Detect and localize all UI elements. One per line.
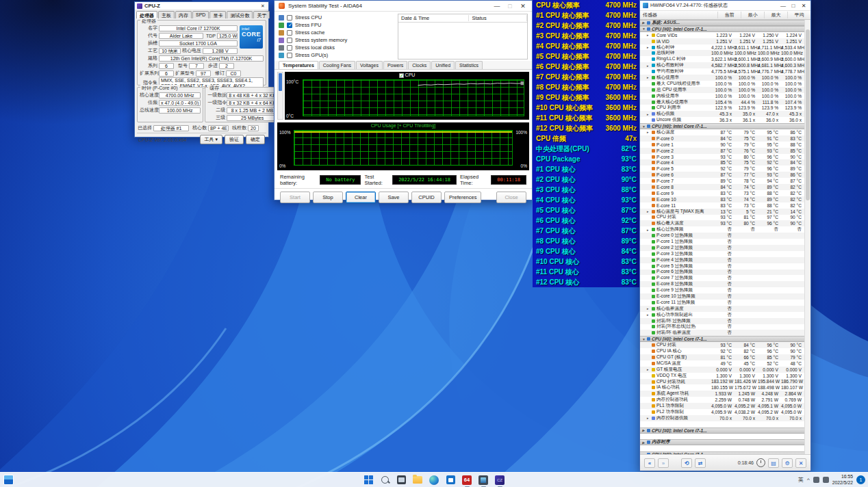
aida-tab-clocks[interactable]: Clocks	[408, 61, 431, 69]
sensor-row[interactable]: IA VID1.251 V1.251 V1.251 V1.251 V	[640, 38, 804, 44]
expand-arrow-icon[interactable]: ▶	[642, 428, 646, 432]
sensor-row[interactable]: CPU GT (核显)81 °C66 °C85 °C79 °C	[640, 354, 804, 360]
tray-clock[interactable]: 16:55 2022/5/22	[832, 474, 853, 486]
settings-gear-icon[interactable]: ⚙	[782, 458, 793, 468]
tray-chevron-icon[interactable]: ^	[807, 477, 810, 482]
close-x-icon[interactable]: ✕	[795, 458, 806, 468]
sensor-row[interactable]: VDDQ TX 电压1.300 V1.300 V1.300 V1.300 V	[640, 373, 804, 379]
sensor-row[interactable]: 封装(环形总线)过热否	[640, 324, 804, 330]
sensor-row[interactable]: CPU IA 核心92 °C82 °C96 °C90 °C	[640, 348, 804, 354]
cpuz-close-button[interactable]: ✕	[259, 3, 266, 9]
log-column-status[interactable]: Status	[469, 15, 527, 21]
taskbar-button-hwinfo[interactable]	[478, 474, 489, 486]
clear-button[interactable]: Clear	[346, 192, 376, 203]
scrollbar-thumb[interactable]	[806, 29, 810, 200]
cpuz-validate-button[interactable]: 验证	[225, 135, 244, 144]
network-icon[interactable]	[813, 477, 819, 483]
hwinfo-scrollbar[interactable]	[804, 20, 810, 454]
checkbox-stress-local-disks[interactable]	[287, 45, 292, 51]
cpuz-tab-显卡[interactable]: 显卡	[209, 11, 226, 18]
column-max[interactable]: 最大	[764, 12, 787, 18]
sensor-row[interactable]: E-core 8 过热降频否	[640, 281, 804, 287]
checkbox-stress-system-memory[interactable]	[287, 38, 292, 43]
sensor-group-row[interactable]: ▶ CPU [#0]: Intel Core i7-1...	[640, 451, 804, 454]
sensor-group-row[interactable]: ▶ CPU [#0]: Intel Core i7-1...	[640, 427, 804, 434]
cpuz-tools-button[interactable]: 工具 ▾	[200, 135, 222, 144]
start-button[interactable]: Start	[280, 192, 310, 203]
volume-icon[interactable]	[823, 477, 829, 483]
column-min[interactable]: 最小	[741, 12, 764, 18]
aida-tab-voltages[interactable]: Voltages	[356, 61, 383, 69]
sensor-row[interactable]: 系统 Agent 功耗1.933 W1.245 W4.248 W2.864 W	[640, 391, 804, 397]
sensor-row[interactable]: MC/SA 温度49 °C45 °C52 °C48 °C	[640, 360, 804, 367]
taskbar-button-search[interactable]	[379, 474, 391, 486]
sensor-group-row[interactable]: ▼ CPU [#0]: Intel Core i7-1...	[640, 336, 804, 342]
sensor-row[interactable]: ▸ 内存控制器倍频70.0 x70.0 x70.0 x70.0 x	[640, 415, 804, 421]
sensor-row[interactable]: P-core 485 °C75 °C92 °C84 °C	[640, 159, 804, 166]
sensor-row[interactable]: 总 CPU 使用率100.0 %100.0 %100.0 %100.0 %	[640, 87, 804, 93]
sensor-row[interactable]: E-core 884 °C74 °C89 °C82 °C	[640, 184, 804, 190]
sensor-row[interactable]: P-core 592 °C79 °C96 °C89 °C	[640, 166, 804, 172]
expand-arrow-icon[interactable]: ▼	[642, 124, 646, 129]
sensor-row[interactable]: ▸ GT 核显电压0.000 V0.000 V0.000 V0.000 V	[640, 367, 804, 373]
sensor-row[interactable]: P-core 0 过热降频否	[640, 233, 804, 239]
hwinfo-minimize-button[interactable]: —	[779, 3, 787, 9]
sensor-row[interactable]: PL2 功率限制4,095.9 W4,038.2 W4,095.2 W4,095…	[640, 409, 804, 415]
sensor-row[interactable]: P-core 6 过热降频否	[640, 269, 804, 276]
sensor-row[interactable]: 封装/环 过热降频否	[640, 318, 804, 324]
report-icon[interactable]: ▤	[768, 458, 779, 468]
sensor-row[interactable]: 最大核心使用率105.4 %44.4 %111.8 %107.4 %	[640, 99, 804, 105]
aida64-maximize-button[interactable]: □	[505, 3, 515, 10]
log-column-datetime[interactable]: Date & Time	[398, 15, 469, 21]
hwinfo-maximize-button[interactable]: □	[789, 3, 797, 9]
notification-badge[interactable]: 1	[856, 475, 865, 484]
expand-arrow-icon[interactable]: ▶	[642, 21, 646, 25]
sensor-row[interactable]: PL1 功率限制4,095.0 W4,095.2 W4,095.1 W4,095…	[640, 403, 804, 409]
cpuz-tab-SPD[interactable]: SPD	[192, 11, 209, 18]
layout-icon[interactable]: ⇄	[695, 458, 706, 468]
aida64-graph-scrollbar[interactable]	[277, 72, 283, 120]
column-current[interactable]: 当前	[717, 12, 741, 18]
sensor-row[interactable]: E-core 11 过热降频否	[640, 300, 804, 306]
sensor-row[interactable]: P-core 1 过热降频否	[640, 239, 804, 245]
cpuz-ok-button[interactable]: 确定	[246, 135, 265, 144]
expand-arrow-icon[interactable]: ▸	[647, 306, 650, 311]
expand-arrow-icon[interactable]: ▸	[647, 130, 650, 134]
sensor-group-row[interactable]: ▼ CPU [#0]: Intel Core i7-1...	[640, 123, 804, 129]
sensor-row[interactable]: P-core 287 °C76 °C93 °C85 °C	[640, 148, 804, 154]
cpuz-tab-内存[interactable]: 内存	[175, 11, 192, 18]
expand-arrow-icon[interactable]: ▸	[647, 33, 650, 37]
column-sensor[interactable]: 传感器	[640, 12, 717, 18]
sensor-row[interactable]: ▸ 核心功率限制超出否	[640, 312, 804, 318]
sensor-row[interactable]: P-core 5 过热降频否	[640, 263, 804, 269]
ime-indicator[interactable]: 英	[798, 476, 804, 484]
sensor-row[interactable]: Ring/LLC 时钟3,622.1 MHz3,600.1 MHz3,600.9…	[640, 56, 804, 62]
sensor-row[interactable]: Uncore 倍频36.3 x36.1 x36.0 x36.0 x	[640, 117, 804, 123]
reset-values-icon[interactable]: ⟲	[681, 458, 692, 468]
expand-arrow-icon[interactable]: ▸	[647, 228, 650, 232]
sensor-row[interactable]: 平均有效时钟4,775.5 MHz4,575.1 MHz4,776.7 MHz4…	[640, 68, 804, 75]
cpu-legend-checkbox[interactable]: ✓	[399, 73, 404, 78]
cpuz-tab-关于[interactable]: 关于	[253, 11, 270, 18]
column-avg[interactable]: 平均	[787, 12, 810, 18]
taskbar-button-cpuz[interactable]: CZ	[494, 474, 506, 486]
sensor-row[interactable]: CPU 利用率122.9 %123.9 %123.9 %123.9 %	[640, 105, 804, 111]
sensor-row[interactable]: CPU 封装功耗183.192 W181.426 W195.844 W186.7…	[640, 379, 804, 385]
expand-arrow-icon[interactable]: ▸	[647, 45, 650, 49]
sensor-row[interactable]: E-core 1183 °C73 °C88 °C82 °C	[640, 202, 804, 209]
expand-arrow-icon[interactable]: ▶	[642, 440, 646, 445]
clock-icon[interactable]	[756, 458, 765, 467]
sensor-row[interactable]: E-core 10 过热降频否	[640, 293, 804, 300]
sensor-row[interactable]: ▸ 核心使用率100.0 %100.0 %100.0 %100.0 %	[640, 75, 804, 81]
checkbox-stress-cpu[interactable]	[287, 15, 292, 21]
sensor-row[interactable]: ▸ 核心临界温度否	[640, 306, 804, 312]
cpuz-tab-测试分数[interactable]: 测试分数	[227, 11, 253, 18]
aida-tab-powers[interactable]: Powers	[383, 61, 407, 69]
cpuz-tab-主板[interactable]: 主板	[158, 11, 175, 18]
sensor-row[interactable]: P-core 393 °C80 °C96 °C90 °C	[640, 154, 804, 160]
sensor-row[interactable]: ▸ 核心时钟4,222.1 MHz3,611.1 MHz4,711.1 MHz4…	[640, 44, 804, 51]
sensor-row[interactable]: IA 核心功耗180.155 W175.672 W188.498 W180.10…	[640, 384, 804, 391]
history-forward-icon[interactable]: »	[658, 458, 669, 468]
expand-arrow-icon[interactable]: ▸	[647, 367, 650, 371]
taskbar-button-store[interactable]	[445, 474, 457, 486]
